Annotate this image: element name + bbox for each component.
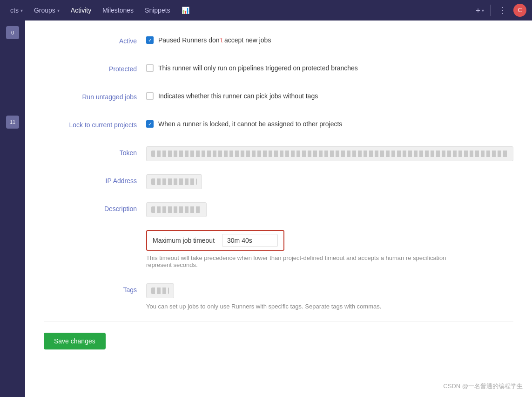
nav-item-chart-icon[interactable]: 📊 — [177, 4, 194, 17]
right-nav-chevron-icon: ⋮ — [498, 5, 506, 15]
timeout-content: Maximum job timeout This timeout will ta… — [146, 230, 513, 268]
main-content: Active Paused Runners don't accept new j… — [25, 21, 532, 397]
tags-help: You can set up jobs to only use Runners … — [146, 303, 513, 310]
run-untagged-check-row: Indicates whether this runner can pick j… — [146, 90, 513, 100]
sidebar-badge-11-value: 11 — [10, 119, 15, 125]
tags-input[interactable] — [146, 283, 174, 298]
active-highlight: 't — [220, 36, 223, 44]
save-button[interactable]: Save changes — [44, 333, 106, 349]
nav-divider — [490, 5, 491, 16]
protected-row: Protected This runner will only run on p… — [44, 62, 513, 79]
timeout-help: This timeout will take precedence when l… — [146, 254, 472, 268]
plus-chevron-icon: ▾ — [482, 8, 484, 13]
nav-right-chevron-button[interactable]: ⋮ — [495, 3, 510, 18]
sidebar-badge-0[interactable]: 0 — [6, 26, 19, 39]
sidebar-badge-11[interactable]: 11 — [6, 116, 19, 129]
run-untagged-checkbox[interactable] — [146, 92, 154, 100]
protected-label: Protected — [44, 62, 146, 73]
active-label: Active — [44, 34, 146, 45]
lock-check-label: When a runner is locked, it cannot be as… — [158, 120, 342, 128]
protected-check-label: This runner will only run on pipelines t… — [158, 64, 358, 72]
lock-checkbox[interactable] — [146, 120, 154, 128]
tags-label: Tags — [44, 283, 146, 294]
description-label: Description — [44, 202, 146, 212]
page-layout: 0 11 Active Paused Runners don't accept … — [0, 21, 532, 397]
sidebar-badge-0-value: 0 — [11, 30, 14, 35]
lock-check-row: When a runner is locked, it cannot be as… — [146, 118, 513, 128]
active-content: Paused Runners don't accept new jobs — [146, 34, 513, 44]
ip-content — [146, 174, 513, 189]
plus-icon: ＋ — [474, 6, 482, 15]
nav-groups-chevron: ▾ — [57, 8, 60, 13]
active-check-label: Paused Runners don't accept new jobs — [158, 36, 271, 44]
description-input[interactable] — [146, 202, 207, 217]
active-check-row: Paused Runners don't accept new jobs — [146, 34, 513, 44]
run-untagged-label: Run untagged jobs — [44, 90, 146, 101]
timeout-outer-label — [44, 230, 146, 233]
nav-projects-label: cts — [10, 7, 19, 14]
ip-row: IP Address — [44, 174, 513, 191]
footer-text: CSDN @一名普通的编程学生 — [443, 382, 523, 390]
nav-milestones-label: Milestones — [102, 7, 134, 14]
description-row: Description — [44, 202, 513, 219]
token-row: Token — [44, 146, 513, 163]
timeout-value-input[interactable] — [222, 234, 278, 247]
run-untagged-check-label: Indicates whether this runner can pick j… — [158, 92, 318, 100]
token-content — [146, 146, 513, 161]
nav-groups-label: Groups — [34, 7, 55, 14]
navbar: cts ▾ Groups ▾ Activity Milestones Snipp… — [0, 0, 532, 21]
nav-right-area: ＋ ▾ ⋮ C — [471, 3, 526, 18]
save-button-label: Save changes — [54, 337, 95, 345]
nav-activity-label: Activity — [71, 7, 91, 14]
description-content — [146, 202, 513, 217]
ip-input[interactable] — [146, 174, 202, 189]
run-untagged-content: Indicates whether this runner can pick j… — [146, 90, 513, 100]
lock-row: Lock to current projects When a runner i… — [44, 118, 513, 135]
protected-check-row: This runner will only run on pipelines t… — [146, 62, 513, 72]
token-label: Token — [44, 146, 146, 157]
nav-item-groups[interactable]: Groups ▾ — [29, 4, 64, 17]
sidebar: 0 11 — [0, 21, 25, 397]
nav-item-projects[interactable]: cts ▾ — [6, 4, 27, 17]
nav-item-snippets[interactable]: Snippets — [140, 4, 175, 17]
nav-projects-chevron: ▾ — [20, 8, 23, 13]
protected-checkbox[interactable] — [146, 64, 154, 72]
chart-icon: 📊 — [182, 7, 189, 14]
nav-snippets-label: Snippets — [145, 7, 170, 14]
nav-item-activity[interactable]: Activity — [66, 4, 96, 17]
lock-content: When a runner is locked, it cannot be as… — [146, 118, 513, 128]
tags-content: You can set up jobs to only use Runners … — [146, 283, 513, 310]
active-checkbox[interactable] — [146, 36, 154, 44]
nav-item-milestones[interactable]: Milestones — [98, 4, 138, 17]
nav-plus-button[interactable]: ＋ ▾ — [471, 3, 486, 18]
timeout-row: Maximum job timeout This timeout will ta… — [44, 230, 513, 268]
protected-content: This runner will only run on pipelines t… — [146, 62, 513, 72]
lock-label: Lock to current projects — [44, 118, 146, 129]
section-divider — [44, 321, 513, 322]
user-avatar[interactable]: C — [513, 4, 526, 17]
timeout-box: Maximum job timeout — [146, 230, 284, 251]
timeout-inner-label: Maximum job timeout — [153, 237, 215, 244]
tags-row: Tags You can set up jobs to only use Run… — [44, 283, 513, 310]
run-untagged-row: Run untagged jobs Indicates whether this… — [44, 90, 513, 107]
ip-label: IP Address — [44, 174, 146, 185]
active-row: Active Paused Runners don't accept new j… — [44, 34, 513, 51]
token-input[interactable] — [146, 146, 513, 161]
